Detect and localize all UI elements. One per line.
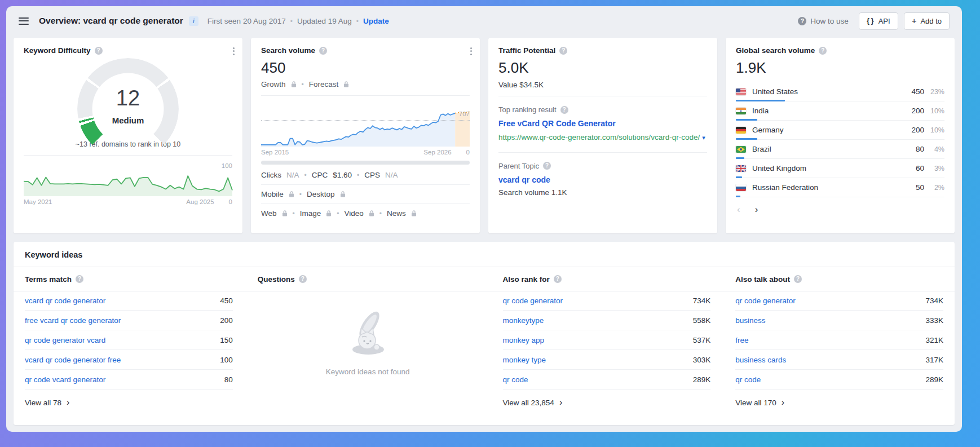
lock-icon	[369, 210, 374, 216]
plus-icon: +	[912, 18, 917, 24]
difficulty-value: 12	[77, 86, 179, 110]
keyword-link[interactable]: vcard qr code generator	[25, 296, 105, 305]
chart-scrollbar[interactable]	[261, 161, 470, 165]
hamburger-menu-icon[interactable]	[19, 15, 29, 26]
parent-topic-volume: Search volume 1.1K	[498, 188, 707, 197]
api-button[interactable]: { } API	[859, 12, 898, 30]
keyword-link[interactable]: qr code vcard generator	[25, 375, 105, 384]
question-icon[interactable]	[794, 275, 802, 283]
country-row: United Kingdom 60 3%	[736, 159, 944, 178]
view-all-also-talk-about[interactable]: View all 170	[735, 399, 943, 407]
lock-icon	[289, 191, 294, 197]
divider	[261, 95, 470, 96]
table-row: vcard qr code generator450	[25, 291, 233, 311]
image-toggle[interactable]: Image	[300, 209, 321, 218]
desktop-toggle[interactable]: Desktop	[307, 190, 335, 198]
video-toggle[interactable]: Video	[344, 209, 363, 218]
web-toggle[interactable]: Web	[261, 209, 277, 218]
keyword-ideas-title: Keyword ideas	[25, 250, 943, 267]
view-all-terms-match[interactable]: View all 78	[25, 399, 233, 407]
update-link[interactable]: Update	[363, 17, 389, 25]
keyword-link[interactable]: qr code	[503, 375, 528, 384]
first-seen-text: First seen 20 Aug 2017	[208, 17, 286, 25]
table-row: free321K	[735, 330, 943, 350]
separator-dot	[357, 171, 359, 179]
table-row: qr code generator734K	[503, 291, 711, 311]
kd-ymin: 0	[229, 198, 232, 205]
table-row: monkey app537K	[503, 330, 711, 350]
india-flag-icon	[736, 108, 746, 114]
table-row: qr code generator734K	[735, 291, 943, 311]
lock-icon	[340, 191, 346, 197]
uk-flag-icon	[736, 165, 746, 172]
top-result-link[interactable]: Free vCard QR Code Generator	[498, 119, 707, 128]
keyword-link[interactable]: monkey type	[503, 356, 546, 364]
keyword-link[interactable]: business cards	[735, 356, 786, 364]
separator-dot	[293, 209, 295, 218]
difficulty-label: Medium	[77, 116, 179, 125]
lock-icon	[411, 210, 417, 216]
question-icon[interactable]	[819, 47, 827, 55]
question-icon[interactable]	[299, 275, 307, 283]
traffic-potential-title: Traffic Potential	[498, 46, 707, 55]
question-icon[interactable]	[95, 47, 103, 55]
updated-text: Updated 19 Aug	[297, 17, 352, 25]
table-row: business333K	[735, 311, 943, 330]
sv-x-end: Sep 2026	[423, 149, 451, 156]
forecast-toggle[interactable]: Forecast	[309, 80, 339, 88]
keyword-link[interactable]: business	[735, 316, 765, 325]
info-icon[interactable]: i	[189, 16, 198, 26]
kebab-menu-icon[interactable]	[470, 46, 472, 56]
difficulty-gauge: 12 Medium	[77, 58, 179, 155]
separator-dot	[299, 190, 302, 198]
parent-topic-link[interactable]: vcard qr code	[498, 175, 707, 184]
brazil-flag-icon	[736, 146, 746, 153]
kebab-menu-icon[interactable]	[233, 46, 235, 56]
table-row: qr code generator vcard150	[25, 330, 233, 350]
view-all-also-rank-for[interactable]: View all 23,854	[503, 399, 711, 407]
keyword-link[interactable]: qr code generator vcard	[25, 336, 105, 344]
question-icon[interactable]	[554, 275, 562, 283]
search-volume-chart: 707 Sep 2015 Sep 2026 0	[261, 101, 470, 156]
germany-flag-icon	[736, 127, 746, 134]
table-row: qr code289K	[735, 370, 943, 390]
mobile-toggle[interactable]: Mobile	[261, 190, 284, 198]
volume-share-bar	[736, 196, 740, 197]
help-icon	[798, 17, 806, 25]
question-icon[interactable]	[559, 47, 567, 55]
separator-dot	[337, 209, 339, 218]
chevron-right-icon	[67, 399, 69, 407]
keyword-link[interactable]: free	[735, 336, 748, 344]
top-ranking-label: Top ranking result	[498, 105, 707, 114]
question-icon[interactable]	[543, 162, 551, 170]
keyword-link[interactable]: qr code	[735, 375, 761, 384]
table-row: vcard qr code generator free100	[25, 350, 233, 370]
table-row: qr code289K	[503, 370, 711, 390]
keyword-link[interactable]: qr code generator	[735, 296, 796, 305]
separator-dot	[290, 17, 293, 25]
caret-down-icon[interactable]	[700, 133, 705, 141]
page-prev-button[interactable]: ‹	[737, 205, 740, 214]
growth-toggle[interactable]: Growth	[261, 80, 286, 88]
keyword-link[interactable]: monkeytype	[503, 316, 544, 325]
keyword-link[interactable]: vcard qr code generator free	[25, 356, 121, 364]
global-search-volume-title: Global search volume	[736, 46, 944, 55]
empty-state-illustration	[337, 306, 399, 360]
how-to-use-link[interactable]: How to use	[798, 17, 849, 25]
news-toggle[interactable]: News	[387, 209, 406, 218]
terms-match-header: Terms match	[25, 267, 233, 291]
add-to-button[interactable]: + Add to	[904, 12, 950, 30]
question-icon[interactable]	[319, 47, 327, 55]
keyword-link[interactable]: qr code generator	[503, 296, 563, 305]
sv-ymax: 707	[459, 110, 470, 117]
question-icon[interactable]	[560, 106, 568, 114]
page-next-button[interactable]: ›	[755, 205, 758, 214]
kd-history-chart: May 2021 Aug 2025 0	[24, 169, 232, 205]
top-result-url[interactable]: https://www.qr-code-generator.com/soluti…	[498, 132, 707, 143]
keyword-link[interactable]: monkey app	[503, 336, 545, 344]
also-rank-for-header: Also rank for	[503, 267, 711, 291]
table-row: qr code vcard generator80	[25, 370, 233, 390]
keyword-meta: First seen 20 Aug 2017 Updated 19 Aug Up…	[208, 17, 389, 25]
question-icon[interactable]	[76, 275, 83, 283]
keyword-link[interactable]: free vcard qr code generator	[25, 316, 121, 325]
